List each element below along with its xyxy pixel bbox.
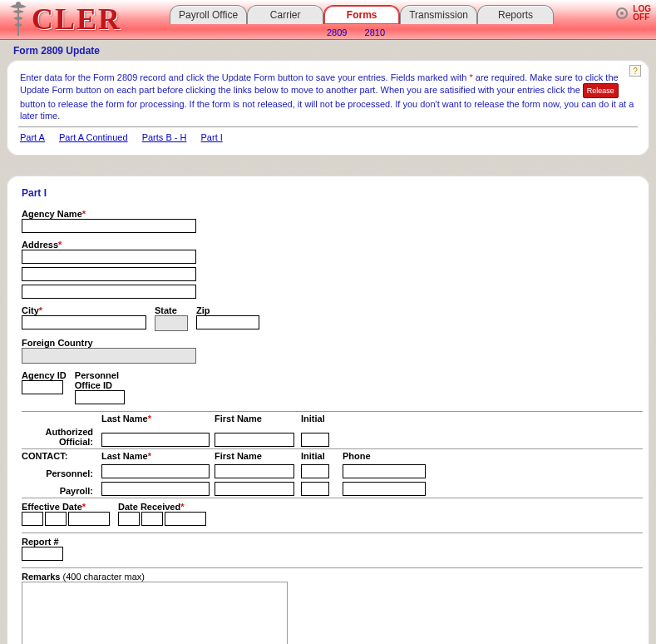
col-initial-2: Initial — [301, 451, 338, 461]
tab-transmission[interactable]: Transmission — [400, 5, 477, 24]
instr-pre: Enter data for the Form 2809 record and … — [20, 72, 469, 82]
instructions-text: Enter data for the Form 2809 record and … — [18, 68, 638, 127]
foreign-country-select[interactable] — [22, 348, 196, 364]
col-last-name: Last Name* — [101, 414, 210, 424]
label-remarks: Remarks (400 character max) — [22, 572, 643, 582]
release-inline-button: Release — [583, 83, 619, 98]
address-line2-input[interactable] — [22, 267, 196, 281]
official-grid: Last Name* First Name Initial Authorized… — [22, 414, 643, 447]
personnel-first-input[interactable] — [215, 464, 294, 478]
svg-point-3 — [620, 12, 624, 15]
personnel-phone-input[interactable] — [343, 464, 426, 478]
link-part-i[interactable]: Part I — [201, 132, 223, 142]
form-panel: Part I Agency Name* Address* City* State — [7, 176, 649, 644]
tab-payroll-office[interactable]: Payroll Office — [170, 5, 247, 24]
authorized-first-input[interactable] — [215, 433, 294, 447]
col-first-name-2: First Name — [215, 451, 296, 461]
zip-input[interactable] — [196, 315, 259, 329]
row-personnel: Personnel: — [22, 468, 96, 478]
date-received-yyyy[interactable] — [165, 512, 206, 526]
label-report-num: Report # — [22, 537, 643, 547]
personnel-initial-input[interactable] — [301, 464, 329, 478]
col-initial: Initial — [301, 414, 338, 424]
address-line1-input[interactable] — [22, 250, 196, 264]
instructions-panel: ? Enter data for the Form 2809 record an… — [7, 60, 649, 156]
label-foreign-country: Foreign Country — [22, 338, 643, 348]
row-payroll: Payroll: — [22, 486, 96, 496]
address-line3-input[interactable] — [22, 285, 196, 299]
remarks-textarea[interactable] — [22, 582, 288, 644]
link-part-a-continued[interactable]: Part A Continued — [59, 132, 128, 142]
tab-reports[interactable]: Reports — [477, 5, 554, 24]
main-tabs: Payroll Office Carrier Forms Transmissio… — [170, 5, 554, 24]
gear-icon — [614, 6, 629, 21]
label-agency-name: Agency Name* — [22, 209, 643, 219]
tab-forms[interactable]: Forms — [323, 5, 400, 24]
row-authorized-official: AuthorizedOfficial: — [22, 427, 96, 447]
personnel-office-id-input[interactable] — [75, 390, 125, 404]
label-agency-id: Agency ID — [22, 370, 67, 380]
top-header: CLER Payroll Office Carrier Forms Transm… — [0, 0, 656, 40]
logo: CLER — [7, 0, 121, 38]
effective-date-yyyy[interactable] — [68, 512, 110, 526]
payroll-phone-input[interactable] — [343, 482, 426, 496]
forms-sublinks: 2809 2810 — [327, 27, 400, 37]
logoff-button[interactable]: LOG OFF — [614, 5, 651, 22]
report-num-input[interactable] — [22, 547, 63, 561]
label-personnel-office-id: PersonnelOffice ID — [75, 370, 125, 390]
sublink-2809[interactable]: 2809 — [327, 27, 347, 37]
label-state: State — [155, 305, 188, 315]
payroll-last-input[interactable] — [101, 482, 210, 496]
date-received-dd[interactable] — [141, 512, 163, 526]
tab-carrier[interactable]: Carrier — [247, 5, 323, 24]
col-last-name-2: Last Name* — [101, 451, 210, 461]
payroll-first-input[interactable] — [215, 482, 294, 496]
link-part-a[interactable]: Part A — [20, 132, 45, 142]
section-title: Part I — [13, 184, 643, 206]
page-title: Form 2809 Update — [7, 40, 649, 60]
sublink-2810[interactable]: 2810 — [365, 27, 385, 37]
part-links: Part A Part A Continued Parts B - H Part… — [18, 127, 638, 144]
caduceus-icon — [7, 0, 30, 38]
label-city: City* — [22, 305, 146, 315]
date-received-mm[interactable] — [118, 512, 140, 526]
logoff-line2: OFF — [633, 13, 651, 22]
logo-text: CLER — [32, 2, 121, 37]
agency-name-input[interactable] — [22, 219, 196, 233]
contact-grid: CONTACT: Last Name* First Name Initial P… — [22, 451, 643, 496]
effective-date-dd[interactable] — [45, 512, 67, 526]
agency-id-input[interactable] — [22, 380, 63, 394]
col-phone: Phone — [343, 451, 434, 461]
label-zip: Zip — [196, 305, 259, 315]
payroll-initial-input[interactable] — [301, 482, 329, 496]
city-input[interactable] — [22, 315, 146, 329]
col-first-name: First Name — [215, 414, 296, 424]
effective-date-mm[interactable] — [22, 512, 43, 526]
label-date-received: Date Received* — [118, 502, 206, 512]
instr-post: button to release the form for processin… — [20, 99, 634, 121]
label-address: Address* — [22, 240, 643, 250]
authorized-initial-input[interactable] — [301, 433, 329, 447]
label-contact: CONTACT: — [22, 451, 96, 461]
label-effective-date: Effective Date* — [22, 502, 110, 512]
personnel-last-input[interactable] — [101, 464, 210, 478]
authorized-last-input[interactable] — [101, 433, 210, 447]
state-select[interactable] — [155, 315, 188, 331]
help-icon[interactable]: ? — [629, 65, 641, 77]
link-parts-b-h[interactable]: Parts B - H — [142, 132, 187, 142]
